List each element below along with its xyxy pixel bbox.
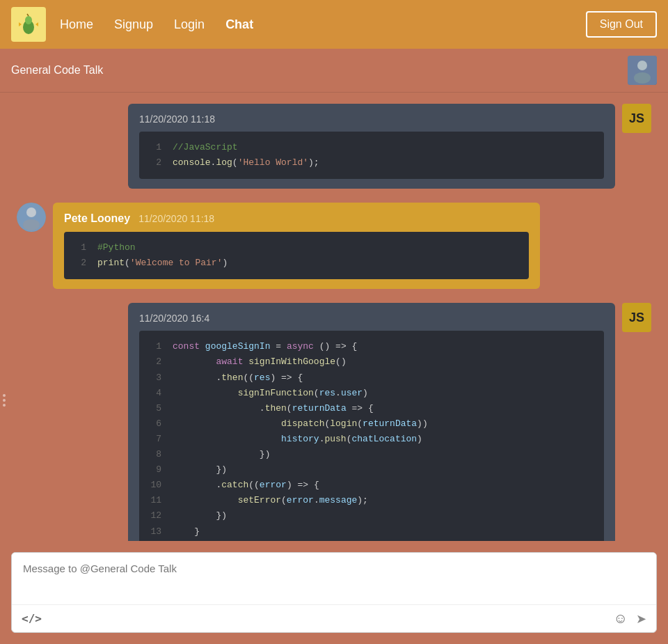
message-input[interactable] — [12, 553, 656, 602]
logo — [11, 7, 46, 42]
line-content: setError(error.message); — [173, 493, 368, 508]
scroll-dot — [3, 394, 6, 397]
line-content: .then(returnData => { — [173, 401, 374, 416]
code-line: 5 .then(returnData => { — [150, 401, 593, 416]
svg-point-9 — [26, 207, 36, 217]
line-content: history.push(chatLocation) — [173, 432, 422, 447]
line-content: #Python — [97, 240, 136, 256]
navbar: Home Signup Login Chat Sign Out — [0, 0, 668, 49]
svg-marker-3 — [19, 22, 22, 26]
scroll-indicator — [0, 390, 8, 411]
line-number: 2 — [75, 256, 86, 271]
message-box: 11/20/2020 11:18 1 //JavaScript 2 consol… — [128, 104, 615, 189]
code-line: 7 history.push(chatLocation) — [150, 432, 593, 447]
code-line: 1 #Python — [75, 240, 518, 256]
line-content: dispatch(login(returnData)) — [173, 416, 428, 432]
nav-links: Home Signup Login Chat — [60, 17, 586, 32]
line-number: 6 — [150, 416, 161, 432]
code-line: 10 .catch((error) => { — [150, 478, 593, 493]
channel-name: General Code Talk — [11, 64, 103, 77]
line-content: console.log('Hello World'); — [173, 155, 319, 171]
code-line: 13 } — [150, 524, 593, 540]
message-timestamp: 11/20/2020 16:4 — [139, 313, 604, 324]
message-item: 11/20/2020 16:4 1 const googleSignIn = a… — [17, 303, 651, 541]
message-header: Pete Looney 11/20/2020 11:18 — [64, 212, 529, 225]
code-line: 2 await signInWithGoogle() — [150, 354, 593, 370]
line-number: 13 — [150, 524, 161, 540]
code-line: 2 console.log('Hello World'); — [150, 155, 593, 171]
code-line: 9 }) — [150, 462, 593, 478]
input-toolbar: </> ☺ ➤ — [12, 604, 656, 632]
line-number: 10 — [150, 478, 161, 493]
code-line: 12 }) — [150, 508, 593, 524]
message-input-area: </> ☺ ➤ — [11, 552, 657, 633]
avatar-image — [628, 56, 657, 85]
chat-header: General Code Talk — [0, 49, 668, 93]
line-number: 1 — [150, 339, 161, 354]
svg-point-10 — [23, 219, 40, 230]
svg-line-2 — [27, 14, 29, 16]
send-icon: ➤ — [636, 611, 646, 627]
line-number: 4 — [150, 386, 161, 401]
toolbar-left: </> — [22, 612, 42, 625]
message-timestamp: 11/20/2020 11:18 — [138, 213, 214, 224]
code-line: 3 .then((res) => { — [150, 370, 593, 386]
code-line: 1 const googleSignIn = async () => { — [150, 339, 593, 354]
svg-point-1 — [25, 16, 32, 24]
send-button[interactable]: ➤ — [636, 611, 646, 627]
line-content: print('Welcome to Pair') — [97, 256, 228, 271]
message-timestamp: 11/20/2020 11:18 — [139, 113, 604, 125]
emoji-button[interactable]: ☺ — [614, 611, 628, 627]
svg-marker-4 — [35, 22, 38, 26]
line-content: } — [173, 524, 200, 540]
line-content: .then((res) => { — [173, 370, 303, 386]
line-number: 12 — [150, 508, 161, 524]
line-content: await signInWithGoogle() — [173, 354, 347, 370]
code-block: 1 #Python 2 print('Welcome to Pair') — [64, 232, 529, 279]
line-number: 7 — [150, 432, 161, 447]
line-number: 3 — [150, 370, 161, 386]
language-badge: JS — [622, 104, 651, 133]
nav-signup[interactable]: Signup — [114, 17, 153, 32]
line-content: const googleSignIn = async () => { — [173, 339, 357, 354]
nav-home[interactable]: Home — [60, 17, 93, 32]
line-number: 2 — [150, 354, 161, 370]
code-block: 1 //JavaScript 2 console.log('Hello Worl… — [139, 132, 604, 179]
line-content: //JavaScript — [173, 140, 238, 155]
toolbar-right: ☺ ➤ — [614, 611, 646, 627]
user-avatar — [17, 203, 46, 232]
line-number: 5 — [150, 401, 161, 416]
message-username: Pete Looney — [64, 212, 130, 225]
line-number: 2 — [150, 155, 161, 171]
message-box: 11/20/2020 16:4 1 const googleSignIn = a… — [128, 303, 615, 541]
line-content: }) — [173, 447, 270, 462]
chat-container: General Code Talk 11/20/2020 11:18 — [0, 49, 668, 644]
scroll-dot — [3, 399, 6, 402]
code-line: 8 }) — [150, 447, 593, 462]
code-button[interactable]: </> — [22, 612, 42, 625]
signout-button[interactable]: Sign Out — [586, 11, 657, 38]
emoji-icon: ☺ — [614, 611, 628, 627]
message-item: Pete Looney 11/20/2020 11:18 1 #Python 2… — [17, 203, 651, 289]
code-line: 6 dispatch(login(returnData)) — [150, 416, 593, 432]
header-avatar — [628, 56, 657, 85]
line-number: 11 — [150, 493, 161, 508]
code-line: 2 print('Welcome to Pair') — [75, 256, 518, 271]
code-line: 1 //JavaScript — [150, 140, 593, 155]
nav-login[interactable]: Login — [174, 17, 205, 32]
line-content: .catch((error) => { — [173, 478, 319, 493]
messages-area: 11/20/2020 11:18 1 //JavaScript 2 consol… — [0, 93, 668, 541]
svg-point-7 — [634, 72, 651, 84]
code-block: 1 const googleSignIn = async () => { 2 a… — [139, 331, 604, 541]
line-number: 9 — [150, 462, 161, 478]
line-content: }) — [173, 508, 227, 524]
code-line: 4 signInFunction(res.user) — [150, 386, 593, 401]
scroll-dot — [3, 404, 6, 407]
line-content: signInFunction(res.user) — [173, 386, 368, 401]
message-box: Pete Looney 11/20/2020 11:18 1 #Python 2… — [53, 203, 540, 289]
line-number: 1 — [150, 140, 161, 155]
line-number: 1 — [75, 240, 86, 256]
line-number: 8 — [150, 447, 161, 462]
code-icon: </> — [22, 612, 42, 625]
nav-chat[interactable]: Chat — [225, 17, 253, 32]
